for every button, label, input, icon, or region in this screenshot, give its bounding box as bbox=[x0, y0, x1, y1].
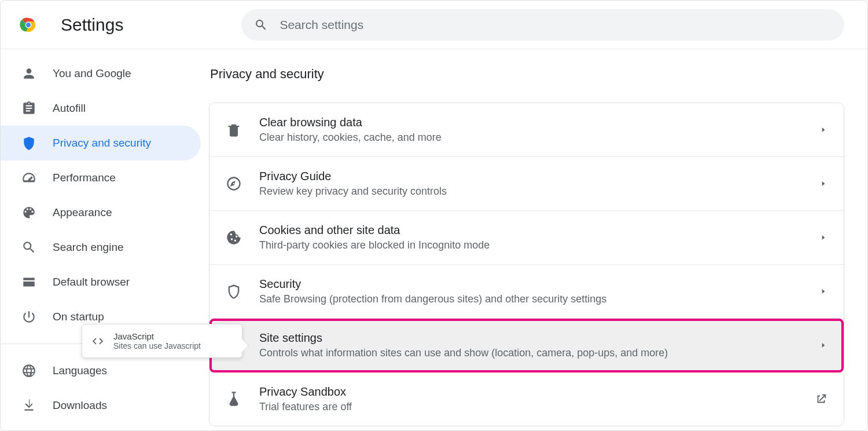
row-texts: Security Safe Browsing (protection from … bbox=[259, 277, 802, 305]
row-title: Privacy Guide bbox=[259, 170, 802, 183]
browser-icon bbox=[21, 275, 36, 290]
compass-icon bbox=[226, 176, 242, 192]
row-privacy-guide[interactable]: Privacy Guide Review key privacy and sec… bbox=[209, 157, 844, 211]
javascript-tooltip: JavaScript Sites can use Javascript bbox=[82, 324, 242, 358]
sidebar-item-label: You and Google bbox=[53, 67, 131, 80]
code-icon bbox=[91, 335, 104, 348]
chevron-right-icon bbox=[819, 233, 827, 242]
row-texts: Clear browsing data Clear history, cooki… bbox=[259, 116, 802, 144]
main-content[interactable]: Privacy and security Clear browsing data… bbox=[209, 49, 867, 430]
tooltip-title: JavaScript bbox=[113, 331, 201, 341]
flask-icon bbox=[226, 391, 242, 407]
sidebar-item-label: Default browser bbox=[53, 276, 130, 288]
row-cookies-and-other-site-data[interactable]: Cookies and other site data Third-party … bbox=[209, 211, 844, 265]
sidebar-item-label: Search engine bbox=[53, 241, 124, 254]
power-icon bbox=[21, 309, 36, 324]
sidebar-item-label: Privacy and security bbox=[53, 137, 151, 149]
row-subtitle: Trial features are off bbox=[259, 401, 797, 413]
sidebar-item-label: Downloads bbox=[53, 399, 107, 412]
tachometer-icon bbox=[21, 170, 36, 185]
sidebar-item-performance[interactable]: Performance bbox=[1, 160, 201, 195]
search-icon bbox=[254, 18, 268, 32]
sidebar-item-label: Performance bbox=[53, 171, 116, 184]
sidebar-item-label: Languages bbox=[53, 364, 107, 377]
row-site-settings[interactable]: Site settings Controls what information … bbox=[209, 319, 844, 372]
sidebar-item-label: Autofill bbox=[53, 102, 86, 115]
sidebar-item-languages[interactable]: Languages bbox=[1, 353, 201, 388]
shield-icon bbox=[21, 136, 36, 151]
trash-icon bbox=[226, 122, 242, 138]
row-title: Site settings bbox=[259, 331, 802, 345]
header-bar: Settings bbox=[1, 1, 867, 49]
row-title: Cookies and other site data bbox=[259, 224, 802, 237]
section-title: Privacy and security bbox=[210, 67, 844, 82]
sidebar-item-label: On startup bbox=[53, 311, 104, 323]
row-subtitle: Review key privacy and security controls bbox=[259, 185, 802, 198]
sidebar[interactable]: You and Google Autofill Privacy and secu… bbox=[1, 49, 209, 430]
row-subtitle: Third-party cookies are blocked in Incog… bbox=[259, 239, 802, 251]
page-title: Settings bbox=[61, 15, 123, 35]
row-privacy-sandbox[interactable]: Privacy Sandbox Trial features are off bbox=[209, 372, 844, 426]
search-input[interactable] bbox=[279, 18, 832, 32]
download-icon bbox=[21, 398, 36, 413]
search-wrap bbox=[241, 9, 844, 41]
sidebar-item-search-engine[interactable]: Search engine bbox=[1, 230, 201, 265]
tooltip-subtitle: Sites can use Javascript bbox=[113, 341, 201, 350]
sidebar-item-default-browser[interactable]: Default browser bbox=[1, 265, 201, 299]
row-subtitle: Controls what information sites can use … bbox=[259, 347, 802, 359]
chevron-right-icon bbox=[819, 180, 827, 188]
search-icon bbox=[21, 240, 36, 255]
row-texts: Cookies and other site data Third-party … bbox=[259, 224, 802, 251]
row-title: Clear browsing data bbox=[259, 116, 802, 129]
sidebar-item-appearance[interactable]: Appearance bbox=[1, 195, 201, 230]
row-texts: Privacy Guide Review key privacy and sec… bbox=[259, 170, 802, 198]
settings-card: Clear browsing data Clear history, cooki… bbox=[209, 103, 844, 426]
globe-icon bbox=[21, 363, 36, 378]
open-external-icon bbox=[815, 393, 827, 406]
row-texts: Site settings Controls what information … bbox=[259, 331, 802, 359]
sidebar-item-downloads[interactable]: Downloads bbox=[1, 388, 201, 423]
search-box[interactable] bbox=[241, 9, 844, 41]
chevron-right-icon bbox=[819, 341, 827, 349]
row-texts: Privacy Sandbox Trial features are off bbox=[259, 385, 797, 413]
sidebar-item-label: Appearance bbox=[53, 206, 112, 219]
cookie-icon bbox=[226, 229, 242, 246]
chevron-right-icon bbox=[819, 287, 827, 295]
chevron-right-icon bbox=[819, 126, 827, 134]
row-title: Security bbox=[259, 277, 802, 291]
clipboard-icon bbox=[21, 101, 36, 116]
person-icon bbox=[21, 66, 36, 81]
row-security[interactable]: Security Safe Browsing (protection from … bbox=[209, 265, 844, 319]
sidebar-item-you-and-google[interactable]: You and Google bbox=[1, 56, 201, 91]
row-subtitle: Safe Browsing (protection from dangerous… bbox=[259, 293, 802, 305]
row-subtitle: Clear history, cookies, cache, and more bbox=[259, 132, 802, 144]
chrome-logo-icon bbox=[18, 14, 39, 35]
sidebar-item-privacy-and-security[interactable]: Privacy and security bbox=[1, 126, 201, 160]
shield-outline-icon bbox=[226, 283, 242, 299]
row-clear-browsing-data[interactable]: Clear browsing data Clear history, cooki… bbox=[209, 103, 844, 157]
palette-icon bbox=[21, 205, 36, 220]
sidebar-item-autofill[interactable]: Autofill bbox=[1, 91, 201, 126]
row-title: Privacy Sandbox bbox=[259, 385, 797, 399]
